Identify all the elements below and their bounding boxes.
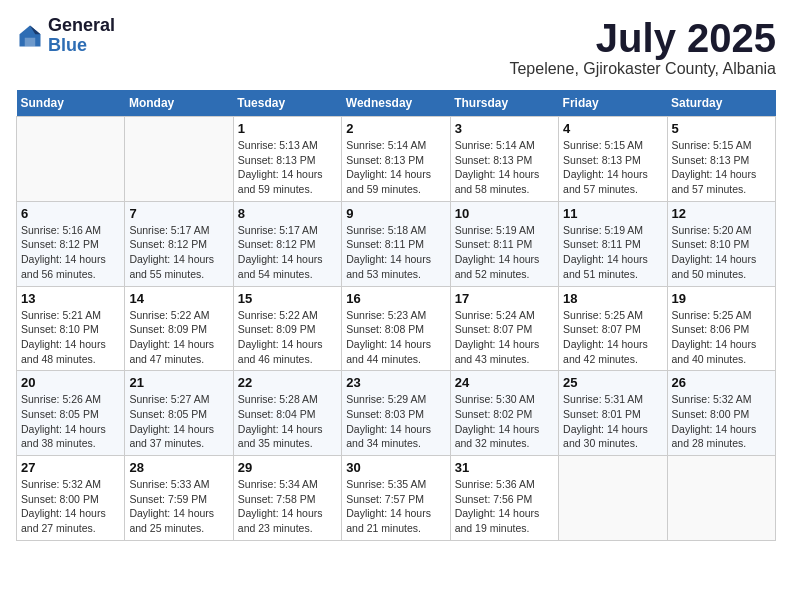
day-info: Sunrise: 5:21 AMSunset: 8:10 PMDaylight:…: [21, 308, 120, 367]
day-number: 12: [672, 206, 771, 221]
day-info: Sunrise: 5:19 AMSunset: 8:11 PMDaylight:…: [563, 223, 662, 282]
day-number: 24: [455, 375, 554, 390]
day-info: Sunrise: 5:18 AMSunset: 8:11 PMDaylight:…: [346, 223, 445, 282]
day-info: Sunrise: 5:33 AMSunset: 7:59 PMDaylight:…: [129, 477, 228, 536]
day-info: Sunrise: 5:17 AMSunset: 8:12 PMDaylight:…: [129, 223, 228, 282]
week-row-3: 13Sunrise: 5:21 AMSunset: 8:10 PMDayligh…: [17, 286, 776, 371]
calendar-cell: 20Sunrise: 5:26 AMSunset: 8:05 PMDayligh…: [17, 371, 125, 456]
day-info: Sunrise: 5:19 AMSunset: 8:11 PMDaylight:…: [455, 223, 554, 282]
day-number: 27: [21, 460, 120, 475]
day-info: Sunrise: 5:36 AMSunset: 7:56 PMDaylight:…: [455, 477, 554, 536]
weekday-header-tuesday: Tuesday: [233, 90, 341, 117]
calendar-cell: [667, 456, 775, 541]
calendar-cell: 28Sunrise: 5:33 AMSunset: 7:59 PMDayligh…: [125, 456, 233, 541]
day-info: Sunrise: 5:17 AMSunset: 8:12 PMDaylight:…: [238, 223, 337, 282]
day-number: 13: [21, 291, 120, 306]
calendar-cell: 3Sunrise: 5:14 AMSunset: 8:13 PMDaylight…: [450, 117, 558, 202]
calendar-cell: 31Sunrise: 5:36 AMSunset: 7:56 PMDayligh…: [450, 456, 558, 541]
day-info: Sunrise: 5:29 AMSunset: 8:03 PMDaylight:…: [346, 392, 445, 451]
day-number: 5: [672, 121, 771, 136]
calendar-cell: 23Sunrise: 5:29 AMSunset: 8:03 PMDayligh…: [342, 371, 450, 456]
weekday-header-row: SundayMondayTuesdayWednesdayThursdayFrid…: [17, 90, 776, 117]
weekday-header-monday: Monday: [125, 90, 233, 117]
day-number: 20: [21, 375, 120, 390]
calendar-cell: [17, 117, 125, 202]
location-title: Tepelene, Gjirokaster County, Albania: [509, 60, 776, 78]
day-info: Sunrise: 5:14 AMSunset: 8:13 PMDaylight:…: [455, 138, 554, 197]
calendar-cell: 12Sunrise: 5:20 AMSunset: 8:10 PMDayligh…: [667, 201, 775, 286]
day-info: Sunrise: 5:24 AMSunset: 8:07 PMDaylight:…: [455, 308, 554, 367]
day-number: 17: [455, 291, 554, 306]
day-number: 23: [346, 375, 445, 390]
day-info: Sunrise: 5:22 AMSunset: 8:09 PMDaylight:…: [238, 308, 337, 367]
day-info: Sunrise: 5:25 AMSunset: 8:07 PMDaylight:…: [563, 308, 662, 367]
calendar-cell: 6Sunrise: 5:16 AMSunset: 8:12 PMDaylight…: [17, 201, 125, 286]
day-info: Sunrise: 5:20 AMSunset: 8:10 PMDaylight:…: [672, 223, 771, 282]
calendar-cell: 16Sunrise: 5:23 AMSunset: 8:08 PMDayligh…: [342, 286, 450, 371]
week-row-2: 6Sunrise: 5:16 AMSunset: 8:12 PMDaylight…: [17, 201, 776, 286]
calendar-cell: 8Sunrise: 5:17 AMSunset: 8:12 PMDaylight…: [233, 201, 341, 286]
day-info: Sunrise: 5:28 AMSunset: 8:04 PMDaylight:…: [238, 392, 337, 451]
day-number: 18: [563, 291, 662, 306]
day-info: Sunrise: 5:13 AMSunset: 8:13 PMDaylight:…: [238, 138, 337, 197]
calendar-cell: 10Sunrise: 5:19 AMSunset: 8:11 PMDayligh…: [450, 201, 558, 286]
day-number: 9: [346, 206, 445, 221]
week-row-4: 20Sunrise: 5:26 AMSunset: 8:05 PMDayligh…: [17, 371, 776, 456]
calendar-cell: 7Sunrise: 5:17 AMSunset: 8:12 PMDaylight…: [125, 201, 233, 286]
calendar-cell: 21Sunrise: 5:27 AMSunset: 8:05 PMDayligh…: [125, 371, 233, 456]
day-info: Sunrise: 5:15 AMSunset: 8:13 PMDaylight:…: [672, 138, 771, 197]
day-number: 14: [129, 291, 228, 306]
calendar-cell: 14Sunrise: 5:22 AMSunset: 8:09 PMDayligh…: [125, 286, 233, 371]
calendar-cell: 13Sunrise: 5:21 AMSunset: 8:10 PMDayligh…: [17, 286, 125, 371]
calendar-cell: 18Sunrise: 5:25 AMSunset: 8:07 PMDayligh…: [559, 286, 667, 371]
weekday-header-saturday: Saturday: [667, 90, 775, 117]
calendar-cell: 11Sunrise: 5:19 AMSunset: 8:11 PMDayligh…: [559, 201, 667, 286]
calendar-table: SundayMondayTuesdayWednesdayThursdayFrid…: [16, 90, 776, 541]
calendar-cell: [125, 117, 233, 202]
logo-blue: Blue: [48, 36, 115, 56]
calendar-cell: 19Sunrise: 5:25 AMSunset: 8:06 PMDayligh…: [667, 286, 775, 371]
logo-icon: [16, 22, 44, 50]
logo-general: General: [48, 16, 115, 36]
day-number: 30: [346, 460, 445, 475]
weekday-header-sunday: Sunday: [17, 90, 125, 117]
day-number: 28: [129, 460, 228, 475]
calendar-cell: 30Sunrise: 5:35 AMSunset: 7:57 PMDayligh…: [342, 456, 450, 541]
day-info: Sunrise: 5:16 AMSunset: 8:12 PMDaylight:…: [21, 223, 120, 282]
day-info: Sunrise: 5:30 AMSunset: 8:02 PMDaylight:…: [455, 392, 554, 451]
day-number: 1: [238, 121, 337, 136]
weekday-header-wednesday: Wednesday: [342, 90, 450, 117]
day-info: Sunrise: 5:22 AMSunset: 8:09 PMDaylight:…: [129, 308, 228, 367]
week-row-1: 1Sunrise: 5:13 AMSunset: 8:13 PMDaylight…: [17, 117, 776, 202]
weekday-header-thursday: Thursday: [450, 90, 558, 117]
month-title: July 2025: [509, 16, 776, 60]
day-number: 2: [346, 121, 445, 136]
calendar-cell: 24Sunrise: 5:30 AMSunset: 8:02 PMDayligh…: [450, 371, 558, 456]
day-info: Sunrise: 5:34 AMSunset: 7:58 PMDaylight:…: [238, 477, 337, 536]
calendar-cell: 2Sunrise: 5:14 AMSunset: 8:13 PMDaylight…: [342, 117, 450, 202]
calendar-cell: 26Sunrise: 5:32 AMSunset: 8:00 PMDayligh…: [667, 371, 775, 456]
day-number: 3: [455, 121, 554, 136]
calendar-cell: 1Sunrise: 5:13 AMSunset: 8:13 PMDaylight…: [233, 117, 341, 202]
day-info: Sunrise: 5:15 AMSunset: 8:13 PMDaylight:…: [563, 138, 662, 197]
logo: General Blue: [16, 16, 115, 56]
day-number: 31: [455, 460, 554, 475]
calendar-cell: 4Sunrise: 5:15 AMSunset: 8:13 PMDaylight…: [559, 117, 667, 202]
logo-text: General Blue: [48, 16, 115, 56]
day-info: Sunrise: 5:32 AMSunset: 8:00 PMDaylight:…: [21, 477, 120, 536]
day-number: 7: [129, 206, 228, 221]
day-info: Sunrise: 5:23 AMSunset: 8:08 PMDaylight:…: [346, 308, 445, 367]
day-number: 25: [563, 375, 662, 390]
calendar-cell: [559, 456, 667, 541]
day-info: Sunrise: 5:26 AMSunset: 8:05 PMDaylight:…: [21, 392, 120, 451]
calendar-cell: 9Sunrise: 5:18 AMSunset: 8:11 PMDaylight…: [342, 201, 450, 286]
calendar-cell: 22Sunrise: 5:28 AMSunset: 8:04 PMDayligh…: [233, 371, 341, 456]
calendar-cell: 15Sunrise: 5:22 AMSunset: 8:09 PMDayligh…: [233, 286, 341, 371]
svg-rect-2: [25, 38, 36, 47]
day-info: Sunrise: 5:31 AMSunset: 8:01 PMDaylight:…: [563, 392, 662, 451]
day-number: 6: [21, 206, 120, 221]
day-number: 10: [455, 206, 554, 221]
day-info: Sunrise: 5:14 AMSunset: 8:13 PMDaylight:…: [346, 138, 445, 197]
week-row-5: 27Sunrise: 5:32 AMSunset: 8:00 PMDayligh…: [17, 456, 776, 541]
day-number: 29: [238, 460, 337, 475]
